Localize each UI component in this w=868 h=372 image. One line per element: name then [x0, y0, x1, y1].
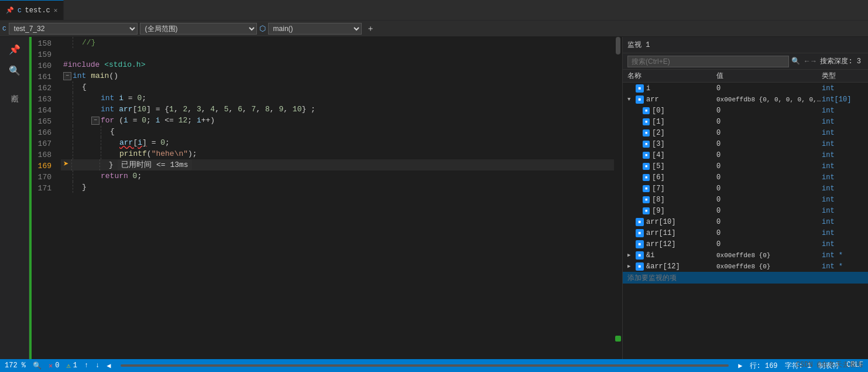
col-type-header: 类型: [822, 71, 868, 81]
tab-close-button[interactable]: ✕: [54, 6, 58, 14]
sidebar-pin-icon[interactable]: 📌: [6, 42, 23, 58]
ln-160: 160: [32, 60, 56, 71]
time-tooltip: 已用时间 <= 13ms: [118, 159, 191, 170]
line-numbers: 158 159 160 161 162 163 164 165 166 167 …: [32, 37, 61, 359]
add-toolbar-button[interactable]: ＋: [364, 22, 377, 35]
code-line-160: #include <stdio.h>: [61, 59, 614, 70]
watch-row-arr-9[interactable]: ■ [9] 0 int: [623, 205, 868, 216]
status-bar: 172 % 🔍 ✕ 0 ⚠ 1 ↑ ↓ ◀ ▶ 行: 169 字符: 1 制表符…: [0, 359, 868, 372]
ln-163: 163: [32, 94, 56, 105]
code-line-164: int arr [ 10 ] = { 1 , 2 , 3 , 4 , 5 , 6: [61, 104, 614, 115]
code-line-158: //}: [61, 37, 614, 48]
watch-row-arr-1[interactable]: ■ [1] 0 int: [623, 116, 868, 127]
zoom-status[interactable]: 172 %: [5, 361, 26, 370]
code-line-165: − for ( i = 0 ; i <= 12 ; i ++ ): [61, 115, 614, 126]
watch-row-arr[interactable]: ▼ ■ arr 0x00effdb8 {0, 0, 0, 0, 0, 0, 0,…: [623, 94, 868, 105]
watch-row-addr-arr12[interactable]: ▶ ■ &arr[12] 0x00effde8 {0} int *: [623, 261, 868, 272]
error-count: 0: [55, 361, 59, 370]
search-depth-label: 搜索深度: 3: [820, 56, 861, 66]
watch-row-i[interactable]: ■ i 0 int: [623, 83, 868, 94]
add-watch-input[interactable]: [627, 274, 868, 282]
watch-search-input[interactable]: [627, 56, 789, 67]
tab-label: test.c: [25, 6, 50, 15]
down-arrow-btn[interactable]: ↓: [95, 361, 100, 370]
ln-162: 162: [32, 83, 56, 94]
left-sidebar: 📌 🔍 断点: [0, 37, 29, 359]
file-selector[interactable]: test_7_32: [9, 23, 138, 35]
code-line-159: [61, 48, 614, 59]
zoom-value: 172 %: [5, 361, 26, 370]
debug-arrow: ➤: [63, 159, 69, 170]
watch-row-arr-3[interactable]: ■ [3] 0 int: [623, 138, 868, 149]
code-line-162: {: [61, 81, 614, 93]
warning-status[interactable]: ⚠ 1: [66, 361, 77, 370]
code-line-166: {: [61, 126, 614, 137]
code-line-171: }: [61, 182, 614, 193]
function-selector[interactable]: main(): [268, 23, 362, 35]
watch-rows: ■ i 0 int ▼ ■ arr 0x00effdb8 {0, 0, 0, 0…: [623, 83, 868, 359]
ln-166: 166: [32, 127, 56, 138]
up-arrow-btn[interactable]: ↑: [84, 361, 88, 370]
ln-164: 164: [32, 105, 56, 116]
error-status[interactable]: ✕ 0: [49, 361, 59, 370]
code-line-169: ➤ } 已用时间 <= 13ms: [61, 159, 614, 170]
progress-bar: [121, 364, 729, 367]
watch-toolbar: 🔍 ← → 搜索深度: 3: [623, 53, 868, 70]
sidebar-search-icon[interactable]: 🔍: [6, 63, 23, 79]
ln-158: 158: [32, 38, 56, 49]
ln-165: 165: [32, 116, 56, 127]
scope-selector[interactable]: (全局范围): [140, 23, 257, 35]
code-line-168: printf ( "hehe\n" );: [61, 148, 614, 159]
watch-row-arr-8[interactable]: ■ [8] 0 int: [623, 194, 868, 205]
watch-row-arr-2[interactable]: ■ [2] 0 int: [623, 127, 868, 138]
back-icon[interactable]: ←: [805, 57, 809, 66]
col-value-header: 值: [716, 71, 822, 81]
status-search-icon[interactable]: 🔍: [33, 361, 42, 370]
watch-row-addr-i[interactable]: ▶ ■ &i 0x00effde8 {0} int *: [623, 250, 868, 261]
ln-161: 161: [32, 71, 56, 83]
watch-panel: 监视 1 🔍 ← → 搜索深度: 3 名称 值 类型 ■ i: [622, 37, 868, 359]
watch-row-arr-5[interactable]: ■ [5] 0 int: [623, 161, 868, 172]
ln-168: 168: [32, 149, 56, 161]
watch-panel-header: 监视 1: [623, 37, 868, 53]
watch-row-arr-4[interactable]: ■ [4] 0 int: [623, 149, 868, 161]
right-arrow-btn[interactable]: ▶: [738, 361, 742, 370]
pin-icon: 📌: [6, 6, 14, 14]
ln-169: 169: [32, 161, 56, 172]
watch-row-arr-0[interactable]: ■ [0] 0 int: [623, 105, 868, 116]
forward-icon[interactable]: →: [811, 57, 815, 66]
watch-icon-i: ■: [636, 84, 644, 93]
code-line-170: return 0 ;: [61, 170, 614, 182]
warning-count: 1: [73, 361, 77, 370]
watch-icon-arr0: ■: [643, 107, 650, 114]
line-info: 行: 169: [750, 361, 778, 371]
ln-159: 159: [32, 49, 56, 60]
ln-167: 167: [32, 138, 56, 149]
fold-161[interactable]: −: [63, 72, 71, 80]
watch-row-arr-7[interactable]: ■ [7] 0 int: [623, 183, 868, 194]
watch-row-arr-6[interactable]: ■ [6] 0 int: [623, 172, 868, 183]
watch-row-arr11[interactable]: ■ arr[11] 0 int: [623, 227, 868, 238]
editor-area: 158 159 160 161 162 163 164 165 166 167 …: [29, 37, 622, 359]
function-icon: ⬡: [259, 24, 266, 33]
code-line-163: int i = 0 ;: [61, 93, 614, 104]
search-icon[interactable]: 🔍: [791, 57, 800, 66]
watch-panel-title: 监视 1: [627, 40, 650, 50]
add-watch-row[interactable]: [623, 272, 868, 284]
tab-test-c[interactable]: 📌 C test.c ✕: [0, 0, 64, 20]
code-line-161: − int main (): [61, 70, 614, 81]
editor-scrollbar[interactable]: [614, 37, 622, 359]
watch-row-arr10[interactable]: ■ arr[10] 0 int: [623, 216, 868, 227]
code-container: 158 159 160 161 162 163 164 165 166 167 …: [29, 37, 622, 359]
file-icon-toolbar: C: [2, 25, 6, 32]
tab-bar: 📌 C test.c ✕: [0, 0, 868, 21]
code-lines[interactable]: //} #include <stdio.h> − int main (): [61, 37, 614, 359]
error-icon: ✕: [49, 361, 53, 370]
left-arrow-btn[interactable]: ◀: [107, 361, 111, 370]
fold-165[interactable]: −: [91, 117, 100, 125]
toolbar: C test_7_32 (全局范围) ⬡ main() ＋: [0, 21, 868, 37]
warning-icon: ⚠: [66, 361, 70, 370]
scroll-thumb-top: [616, 37, 620, 54]
watch-columns: 名称 值 类型: [623, 70, 868, 83]
watch-row-arr12[interactable]: ■ arr[12] 0 int: [623, 238, 868, 250]
